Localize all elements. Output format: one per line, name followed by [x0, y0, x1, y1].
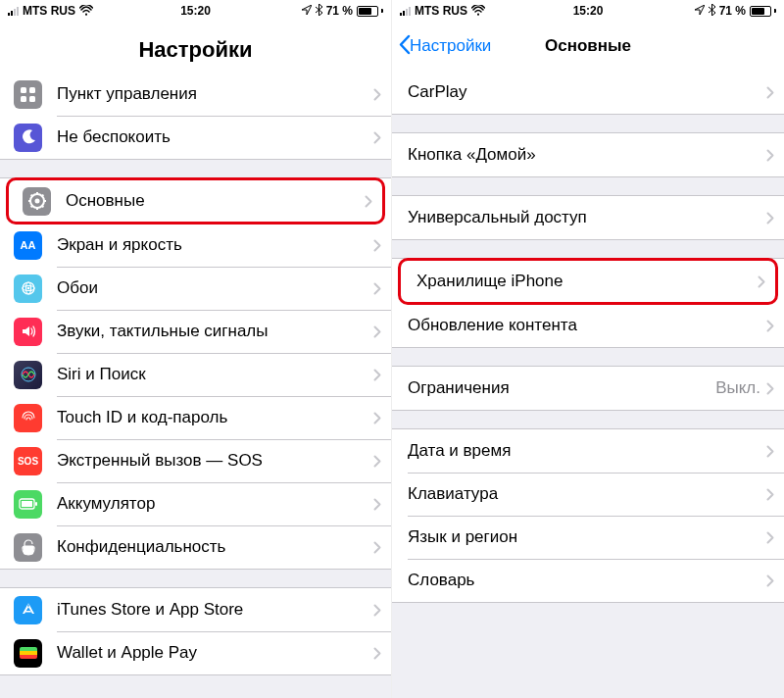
- row-label: Аккумулятор: [57, 494, 373, 514]
- highlighted-row: Хранилище iPhone: [398, 258, 778, 305]
- settings-row[interactable]: Siri и Поиск: [0, 353, 391, 396]
- chevron-right-icon: [766, 377, 774, 399]
- settings-row[interactable]: Аккумулятор: [0, 482, 391, 525]
- general-screen: MTS RUS 15:20 71 %: [392, 0, 784, 698]
- location-icon: [302, 5, 312, 17]
- row-value: Выкл.: [715, 378, 760, 398]
- settings-row[interactable]: CarPlay: [392, 71, 784, 114]
- back-label: Настройки: [410, 36, 491, 56]
- battery-pct: 71 %: [326, 4, 353, 18]
- location-icon: [695, 4, 705, 18]
- settings-group: CarPlay: [392, 71, 784, 115]
- chevron-right-icon: [373, 321, 381, 342]
- settings-row[interactable]: iTunes Store и App Store: [0, 588, 391, 631]
- row-label: Словарь: [408, 571, 766, 590]
- row-label: Клавиатура: [408, 484, 766, 504]
- settings-row[interactable]: SOSЭкстренный вызов — SOS: [0, 439, 391, 482]
- chevron-right-icon: [766, 315, 774, 336]
- settings-row[interactable]: Клавиатура: [392, 473, 784, 516]
- back-button[interactable]: Настройки: [398, 34, 491, 59]
- settings-group: Универсальный доступ: [392, 195, 784, 240]
- settings-row[interactable]: AAЭкран и яркость: [0, 224, 391, 267]
- svg-rect-2: [29, 87, 35, 93]
- settings-list: Пункт управленияНе беспокоитьОсновныеAAЭ…: [0, 73, 391, 698]
- row-label: Конфиденциальность: [57, 537, 373, 557]
- clock: 15:20: [573, 4, 604, 18]
- battery-pct: 71 %: [719, 4, 746, 18]
- settings-row[interactable]: Звуки, тактильные сигналы: [0, 310, 391, 353]
- svg-point-0: [85, 13, 87, 15]
- chevron-right-icon: [766, 570, 774, 591]
- chevron-right-icon: [373, 83, 381, 105]
- settings-row[interactable]: Обои: [0, 267, 391, 310]
- row-label: Звуки, тактильные сигналы: [57, 322, 373, 341]
- settings-row[interactable]: Обновление контента: [392, 304, 784, 347]
- row-label: Экстренный вызов — SOS: [57, 451, 373, 471]
- settings-row[interactable]: Дата и время: [392, 429, 784, 473]
- settings-group: ОграниченияВыкл.: [392, 366, 784, 411]
- chevron-right-icon: [373, 642, 381, 664]
- settings-group: Дата и времяКлавиатураЯзык и регионСлова…: [392, 428, 784, 603]
- row-label: Экран и яркость: [57, 235, 373, 255]
- chevron-right-icon: [373, 599, 381, 621]
- touchid-icon: [14, 404, 42, 432]
- dnd-icon: [14, 124, 42, 152]
- row-label: Кнопка «Домой»: [408, 145, 766, 165]
- svg-rect-22: [22, 501, 32, 507]
- settings-row[interactable]: Touch ID и код-пароль: [0, 396, 391, 439]
- carrier-label: MTS RUS: [23, 4, 75, 18]
- settings-row[interactable]: Язык и регион: [392, 516, 784, 559]
- settings-row[interactable]: Не беспокоить: [0, 116, 391, 159]
- status-bar: MTS RUS 15:20 71 %: [392, 0, 784, 22]
- settings-row[interactable]: Wallet и Apple Pay: [0, 631, 391, 674]
- settings-row[interactable]: Основные: [9, 180, 382, 222]
- svg-point-18: [26, 287, 29, 290]
- settings-row[interactable]: Конфиденциальность: [0, 525, 391, 569]
- chevron-right-icon: [373, 536, 381, 558]
- highlighted-row: Основные: [6, 177, 385, 224]
- row-label: iTunes Store и App Store: [57, 600, 373, 620]
- chevron-right-icon: [766, 483, 774, 505]
- wifi-icon: [79, 5, 93, 18]
- row-label: Touch ID и код-пароль: [57, 408, 373, 427]
- general-list: CarPlayКнопка «Домой»Универсальный досту…: [392, 71, 784, 698]
- nav-bar: Настройки Основные: [392, 22, 784, 71]
- chevron-right-icon: [373, 493, 381, 515]
- chevron-right-icon: [766, 81, 774, 103]
- page-title: Основные: [545, 36, 631, 56]
- settings-row[interactable]: Хранилище iPhone: [401, 261, 775, 302]
- svg-point-23: [477, 13, 479, 15]
- row-label: Siri и Поиск: [57, 365, 373, 384]
- row-label: Универсальный доступ: [408, 208, 766, 227]
- carrier-label: MTS RUS: [415, 4, 467, 18]
- settings-group: iTunes Store и App StoreWallet и Apple P…: [0, 587, 391, 675]
- row-label: Дата и время: [408, 441, 766, 461]
- chevron-right-icon: [766, 207, 774, 228]
- signal-icon: [400, 6, 411, 16]
- row-label: Хранилище iPhone: [416, 272, 758, 291]
- settings-row[interactable]: ОграниченияВыкл.: [392, 367, 784, 410]
- status-bar: MTS RUS 15:20 71 %: [0, 0, 391, 22]
- settings-row[interactable]: Кнопка «Домой»: [392, 133, 784, 176]
- settings-row[interactable]: Словарь: [392, 559, 784, 602]
- page-title: Настройки: [138, 37, 252, 63]
- settings-row[interactable]: Универсальный доступ: [392, 196, 784, 239]
- signal-icon: [8, 6, 19, 16]
- svg-rect-21: [35, 502, 37, 506]
- chevron-right-icon: [373, 277, 381, 299]
- row-label: Язык и регион: [408, 527, 766, 547]
- chevron-right-icon: [766, 144, 774, 166]
- svg-rect-4: [29, 96, 35, 102]
- sos-icon: SOS: [14, 447, 42, 475]
- row-label: Обновление контента: [408, 316, 766, 335]
- settings-group: ОсновныеAAЭкран и яркостьОбоиЗвуки, такт…: [0, 177, 391, 570]
- row-label: Wallet и Apple Pay: [57, 643, 373, 663]
- settings-row[interactable]: Пункт управления: [0, 73, 391, 116]
- settings-group: Пункт управленияНе беспокоить: [0, 73, 391, 160]
- row-label: Не беспокоить: [57, 127, 373, 147]
- settings-group: Кнопка «Домой»: [392, 132, 784, 177]
- wifi-icon: [471, 5, 485, 18]
- nav-bar: Настройки: [0, 22, 391, 73]
- chevron-right-icon: [373, 364, 381, 385]
- clock: 15:20: [180, 4, 211, 18]
